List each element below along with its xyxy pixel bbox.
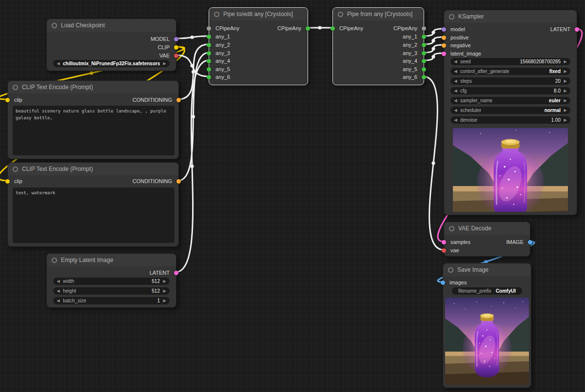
node-header[interactable]: CLIP Text Encode (Prompt) bbox=[8, 163, 178, 175]
link-midpoint-dot[interactable] bbox=[318, 26, 321, 29]
node-status-dot[interactable] bbox=[13, 85, 18, 90]
link-midpoint-dot[interactable] bbox=[431, 39, 435, 42]
latent-port-dot[interactable] bbox=[442, 52, 446, 56]
link-midpoint-dot[interactable] bbox=[431, 161, 435, 165]
next-arrow-icon[interactable]: ▶ bbox=[563, 107, 568, 114]
any-port-dot[interactable] bbox=[422, 75, 426, 79]
increment-arrow-icon[interactable]: ▶ bbox=[162, 287, 167, 295]
ckpt-name-combo[interactable]: ◀ chilloutmix_NiPrunedFp32Fix.safetensor… bbox=[53, 60, 170, 67]
decrement-arrow-icon[interactable]: ◀ bbox=[453, 58, 458, 65]
decrement-arrow-icon[interactable]: ◀ bbox=[56, 287, 61, 295]
any-port-dot[interactable] bbox=[207, 51, 211, 56]
node-ksampler[interactable]: KSampler model positive negative latent_… bbox=[444, 10, 577, 215]
decrement-arrow-icon[interactable]: ◀ bbox=[56, 297, 61, 304]
prev-arrow-icon[interactable]: ◀ bbox=[453, 107, 458, 114]
seed-widget[interactable]: ◀seed156680208700285▶ bbox=[450, 58, 570, 65]
node-header[interactable]: KSampler bbox=[444, 10, 577, 23]
node-status-dot[interactable] bbox=[13, 167, 18, 172]
vae-port-dot[interactable] bbox=[174, 54, 178, 58]
clip-port-dot[interactable] bbox=[5, 179, 10, 184]
width-widget[interactable]: ◀width512▶ bbox=[53, 278, 170, 285]
node-status-dot[interactable] bbox=[52, 23, 57, 28]
conditioning-port-dot[interactable] bbox=[176, 98, 181, 102]
link-midpoint-dot[interactable] bbox=[431, 47, 435, 50]
node-clip-text-encode-negative[interactable]: CLIP Text Encode (Prompt) clip CONDITION… bbox=[7, 162, 179, 247]
any-port-dot[interactable] bbox=[207, 35, 211, 39]
node-status-dot[interactable] bbox=[338, 12, 343, 17]
node-vae-decode[interactable]: VAE Decode samples vae IMAGE bbox=[444, 222, 530, 257]
scheduler-widget[interactable]: ◀schedulernormal▶ bbox=[450, 107, 570, 114]
node-pipe-from-any[interactable]: Pipe from any [Crystools] CPipeAny CPipe… bbox=[332, 7, 424, 85]
clip-port-dot[interactable] bbox=[174, 45, 178, 50]
image-port-dot[interactable] bbox=[528, 240, 532, 244]
increment-arrow-icon[interactable]: ▶ bbox=[563, 116, 568, 124]
pipe-port-dot[interactable] bbox=[207, 26, 211, 31]
node-header[interactable]: Empty Latent Image bbox=[47, 254, 176, 266]
node-load-checkpoint[interactable]: Load Checkpoint MODEL CLIP VAE ◀ chillou… bbox=[46, 19, 176, 71]
link-midpoint-dot[interactable] bbox=[190, 36, 194, 39]
next-arrow-icon[interactable]: ▶ bbox=[563, 68, 568, 75]
pipe-port-dot[interactable] bbox=[331, 26, 335, 31]
node-pipe-to-edit-any[interactable]: Pipe to/edit any [Crystools] CPipeAny an… bbox=[209, 7, 308, 85]
node-clip-text-encode-positive[interactable]: CLIP Text Encode (Prompt) clip CONDITION… bbox=[7, 80, 179, 159]
prompt-textarea[interactable]: text, watermark bbox=[13, 187, 175, 243]
increment-arrow-icon[interactable]: ▶ bbox=[162, 297, 167, 304]
link-midpoint-dot[interactable] bbox=[90, 71, 93, 75]
any-port-dot[interactable] bbox=[422, 51, 426, 56]
pipe-port-dot[interactable] bbox=[306, 26, 310, 31]
increment-arrow-icon[interactable]: ▶ bbox=[162, 278, 167, 285]
any-port-dot[interactable] bbox=[207, 43, 211, 47]
node-status-dot[interactable] bbox=[448, 267, 453, 273]
control-after-generate-widget[interactable]: ◀control_after_generatefixed▶ bbox=[450, 68, 570, 75]
node-header[interactable]: Save Image bbox=[443, 263, 531, 276]
steps-widget[interactable]: ◀steps20▶ bbox=[450, 77, 570, 85]
any-port-dot[interactable] bbox=[422, 67, 426, 72]
node-graph-canvas[interactable]: Load Checkpoint MODEL CLIP VAE ◀ chillou… bbox=[0, 0, 585, 392]
any-port-dot[interactable] bbox=[207, 75, 211, 79]
cfg-widget[interactable]: ◀cfg8.0▶ bbox=[450, 87, 570, 94]
increment-arrow-icon[interactable]: ▶ bbox=[563, 58, 568, 65]
prompt-textarea[interactable]: beautiful scenery nature glass bottle la… bbox=[13, 106, 175, 155]
model-port-dot[interactable] bbox=[442, 27, 446, 32]
height-widget[interactable]: ◀height512▶ bbox=[53, 287, 170, 295]
node-save-image[interactable]: Save Image images filename_prefixComfyUI bbox=[443, 263, 531, 388]
next-arrow-icon[interactable]: ▶ bbox=[162, 60, 167, 67]
node-status-dot[interactable] bbox=[214, 12, 219, 17]
node-header[interactable]: VAE Decode bbox=[444, 222, 530, 235]
decrement-arrow-icon[interactable]: ◀ bbox=[56, 278, 61, 285]
link-midpoint-dot[interactable] bbox=[431, 55, 435, 58]
latent-port-dot[interactable] bbox=[442, 240, 446, 244]
prev-arrow-icon[interactable]: ◀ bbox=[453, 97, 458, 104]
pipe-port-dot[interactable] bbox=[422, 26, 426, 31]
conditioning-port-dot[interactable] bbox=[176, 179, 181, 184]
link-midpoint-dot[interactable] bbox=[431, 31, 435, 34]
denoise-widget[interactable]: ◀denoise1.00▶ bbox=[450, 116, 570, 124]
any-port-dot[interactable] bbox=[207, 59, 211, 63]
any-port-dot[interactable] bbox=[422, 43, 426, 47]
node-empty-latent-image[interactable]: Empty Latent Image LATENT ◀width512▶ ◀he… bbox=[46, 253, 176, 308]
image-port-dot[interactable] bbox=[441, 280, 445, 285]
filename-prefix-widget[interactable]: filename_prefixComfyUI bbox=[452, 287, 522, 295]
link-midpoint-dot[interactable] bbox=[192, 70, 195, 74]
batch-size-widget[interactable]: ◀batch_size1▶ bbox=[53, 297, 170, 304]
vae-port-dot[interactable] bbox=[442, 248, 446, 253]
next-arrow-icon[interactable]: ▶ bbox=[563, 97, 568, 104]
prev-arrow-icon[interactable]: ◀ bbox=[56, 60, 61, 67]
latent-port-dot[interactable] bbox=[575, 27, 579, 32]
decrement-arrow-icon[interactable]: ◀ bbox=[453, 77, 458, 85]
node-header[interactable]: Load Checkpoint bbox=[47, 19, 176, 32]
any-port-dot[interactable] bbox=[422, 59, 426, 63]
conditioning-port-dot[interactable] bbox=[442, 43, 446, 48]
node-status-dot[interactable] bbox=[449, 226, 454, 231]
any-port-dot[interactable] bbox=[422, 35, 426, 39]
latent-port-dot[interactable] bbox=[174, 271, 178, 275]
node-header[interactable]: CLIP Text Encode (Prompt) bbox=[8, 81, 178, 93]
increment-arrow-icon[interactable]: ▶ bbox=[563, 87, 568, 94]
sampler-name-widget[interactable]: ◀sampler_nameeuler▶ bbox=[450, 97, 570, 104]
decrement-arrow-icon[interactable]: ◀ bbox=[453, 116, 458, 124]
increment-arrow-icon[interactable]: ▶ bbox=[563, 77, 568, 85]
any-port-dot[interactable] bbox=[207, 67, 211, 72]
prev-arrow-icon[interactable]: ◀ bbox=[453, 68, 458, 75]
model-port-dot[interactable] bbox=[174, 37, 178, 41]
node-status-dot[interactable] bbox=[449, 14, 454, 19]
